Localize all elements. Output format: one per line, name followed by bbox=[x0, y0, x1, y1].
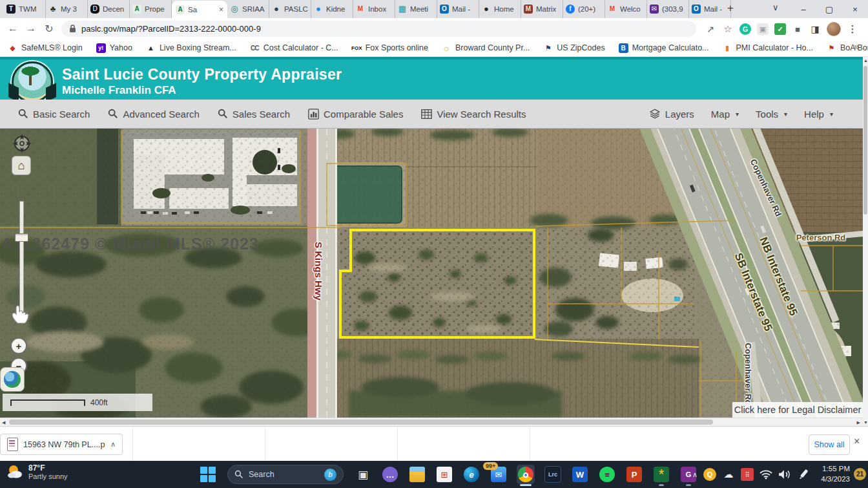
nav-sales-search[interactable]: Sales Search bbox=[218, 109, 290, 120]
lightroom-icon[interactable]: Lrc bbox=[544, 465, 562, 484]
download-chevron-icon[interactable]: ∧ bbox=[110, 440, 116, 449]
zoom-slider-track[interactable] bbox=[19, 201, 24, 313]
vertical-scrollbar[interactable]: ▲ ▼ bbox=[863, 57, 868, 426]
taskbar-clock[interactable]: 1:55 PM 4/3/2023 bbox=[812, 463, 850, 484]
bookmark-item[interactable]: ⚑ US ZipCodes bbox=[543, 43, 604, 53]
download-chip[interactable]: 15963 NW 79th PL....pdf ∧ bbox=[0, 434, 123, 455]
nav-help-menu[interactable]: Help▾ bbox=[804, 109, 833, 120]
browser-tab[interactable]: O Mail - bbox=[437, 0, 479, 18]
scroll-up-icon[interactable]: ▲ bbox=[863, 58, 868, 63]
sidebar-icon[interactable]: ◨ bbox=[809, 23, 821, 35]
file-explorer-icon[interactable] bbox=[408, 465, 426, 484]
nav-basic-search[interactable]: Basic Search bbox=[18, 109, 90, 120]
zoom-in-button[interactable]: + bbox=[10, 337, 27, 354]
taskbar-search[interactable]: Search b bbox=[227, 465, 344, 484]
address-bar[interactable]: paslc.gov/map/?ParcelID=2313-222-0000-00… bbox=[61, 21, 696, 37]
browser-menu-icon[interactable]: ⋮ bbox=[847, 23, 858, 35]
browser-tab[interactable]: T TWM bbox=[4, 0, 46, 18]
nav-tools-menu[interactable]: Tools▾ bbox=[756, 109, 787, 120]
browser-tab[interactable]: ✉ (303,9 bbox=[647, 0, 689, 18]
start-button[interactable] bbox=[200, 467, 216, 482]
browser-tab[interactable]: ● Home bbox=[479, 0, 521, 18]
browser-tab[interactable]: M Matrix bbox=[521, 0, 563, 18]
bookmark-item[interactable]: B Mortgage Calculato... bbox=[619, 43, 709, 53]
grammarly-icon[interactable]: G bbox=[739, 23, 751, 35]
share-icon[interactable]: ↗ bbox=[705, 23, 716, 35]
extension-gray-icon[interactable]: ▣ bbox=[757, 23, 769, 35]
bookmark-item[interactable]: y! Yahoo bbox=[96, 43, 132, 53]
map-canvas[interactable]: S Kings Hwy Copenhaver Rd Copenhaver Rd … bbox=[0, 129, 863, 418]
bookmark-item[interactable]: ◆ SafeMLS® Login bbox=[8, 43, 83, 53]
notification-badge[interactable]: 21 bbox=[854, 468, 866, 480]
browser-tab-active[interactable]: A Sa × bbox=[172, 1, 227, 18]
scroll-thumb[interactable] bbox=[9, 419, 713, 425]
browser-tab[interactable]: ♣ My 3 bbox=[46, 0, 88, 18]
zoom-slider-handle[interactable] bbox=[15, 233, 28, 242]
tab-favicon-icon: ▦ bbox=[398, 5, 407, 14]
tray-grid-icon[interactable]: ⠿ bbox=[741, 468, 754, 481]
bookmark-item[interactable]: CC Cost Calculator - C... bbox=[250, 43, 338, 53]
browser-tab[interactable]: ▦ Meeti bbox=[395, 0, 437, 18]
browser-tab[interactable]: ● PASLC bbox=[269, 0, 311, 18]
tab-search-chevron-icon[interactable]: ∨ bbox=[772, 3, 779, 12]
tab-close-icon[interactable]: × bbox=[219, 5, 223, 14]
tray-chevron-icon[interactable]: ∧ bbox=[692, 471, 698, 479]
chrome-icon[interactable]: ● bbox=[517, 465, 535, 484]
scroll-thumb[interactable] bbox=[863, 66, 867, 215]
powerpoint-icon[interactable]: P bbox=[625, 465, 643, 484]
bookmark-item[interactable]: ▲ Live Boxing Stream... bbox=[146, 43, 236, 53]
browser-tab[interactable]: M Inbox bbox=[353, 0, 395, 18]
volume-icon[interactable] bbox=[778, 468, 791, 481]
home-extent-button[interactable]: ⌂ bbox=[12, 156, 31, 175]
minimize-button[interactable]: – bbox=[790, 0, 816, 18]
browser-tab[interactable]: A Prope bbox=[130, 0, 172, 18]
bookmark-item[interactable]: ☼ Broward County Pr... bbox=[442, 43, 530, 53]
browser-tab[interactable]: M Welco bbox=[605, 0, 647, 18]
word-icon[interactable]: W bbox=[571, 465, 589, 484]
reload-button[interactable]: ↻ bbox=[41, 21, 57, 36]
puzzle-icon[interactable]: ■ bbox=[792, 23, 803, 35]
mail-icon[interactable]: ✉ 99+ bbox=[490, 465, 508, 484]
forward-button[interactable]: → bbox=[23, 21, 39, 36]
nav-comparable-sales[interactable]: Comparable Sales bbox=[308, 109, 403, 120]
compass-icon[interactable] bbox=[12, 133, 32, 154]
bookmark-item[interactable]: ⚑ BoA Borrower Portal bbox=[827, 43, 868, 53]
show-all-downloads-button[interactable]: Show all bbox=[809, 434, 850, 455]
store-icon[interactable]: ⊞ bbox=[435, 465, 453, 484]
scroll-right-icon[interactable]: ▶ bbox=[857, 420, 860, 425]
nav-map-menu[interactable]: Map▾ bbox=[711, 109, 739, 120]
browser-tab[interactable]: ● Kidne bbox=[311, 0, 353, 18]
legal-disclaimer-link[interactable]: Click here for Legal Disclaimer bbox=[732, 402, 863, 418]
extension-check-icon[interactable]: ✓ bbox=[774, 23, 786, 35]
new-tab-button[interactable]: + bbox=[723, 2, 738, 15]
nav-layers[interactable]: Layers bbox=[649, 108, 694, 120]
edge-icon[interactable]: e bbox=[462, 465, 480, 484]
basemap-globe-button[interactable] bbox=[0, 367, 25, 392]
bookmark-item[interactable]: FOX Fox Sports online bbox=[352, 43, 428, 53]
downloads-bar-close-icon[interactable]: × bbox=[854, 436, 860, 447]
back-button[interactable]: ← bbox=[5, 21, 21, 36]
nav-view-search-results[interactable]: View Search Results bbox=[421, 109, 526, 120]
scroll-down-icon[interactable]: ▼ bbox=[863, 420, 868, 425]
bookmarks-overflow-icon[interactable]: » bbox=[854, 41, 859, 52]
task-view-icon[interactable]: ▣ bbox=[354, 465, 372, 484]
wifi-icon[interactable] bbox=[760, 468, 772, 481]
pen-icon[interactable] bbox=[797, 468, 810, 481]
chat-icon[interactable]: … bbox=[381, 465, 399, 484]
horizontal-scrollbar[interactable]: ◀ ▶ bbox=[0, 418, 863, 426]
spotify-icon[interactable]: ≡ bbox=[598, 465, 616, 484]
bookmark-item[interactable]: ▮ PMI Calculator - Ho... bbox=[723, 43, 813, 53]
bookmark-star-icon[interactable]: ☆ bbox=[722, 23, 734, 35]
maximize-button[interactable]: ▢ bbox=[816, 0, 842, 18]
tray-app-icon[interactable]: Q bbox=[703, 468, 716, 481]
close-button[interactable]: × bbox=[842, 0, 868, 18]
browser-tab[interactable]: ◎ SRIAA bbox=[227, 0, 269, 18]
browser-tab[interactable]: f (20+) bbox=[563, 0, 605, 18]
weather-widget[interactable]: 87°F Partly sunny bbox=[6, 463, 68, 480]
profile-avatar[interactable] bbox=[827, 22, 841, 36]
browser-tab[interactable]: D Decen bbox=[88, 0, 130, 18]
nav-advanced-search[interactable]: Advanced Search bbox=[108, 109, 199, 120]
walmart-icon[interactable]: * bbox=[652, 465, 670, 484]
scroll-left-icon[interactable]: ◀ bbox=[2, 420, 5, 425]
onedrive-icon[interactable]: ☁ bbox=[722, 468, 735, 481]
